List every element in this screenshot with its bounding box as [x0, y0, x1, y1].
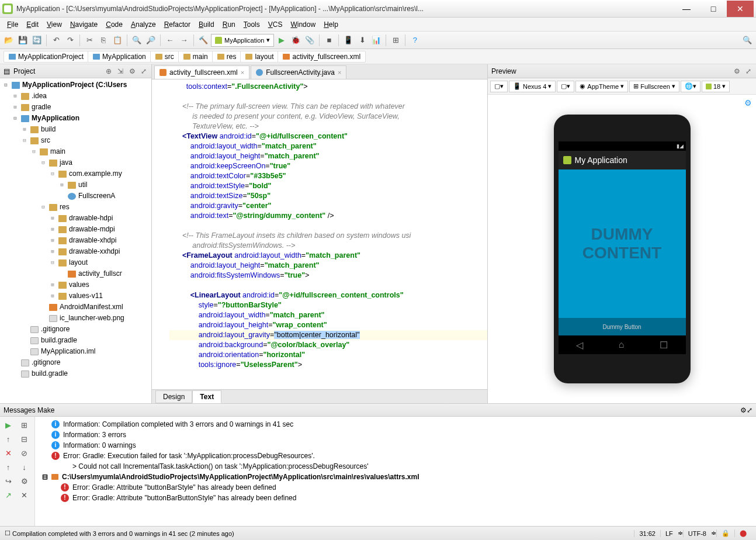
menu-build[interactable]: Build	[195, 19, 218, 30]
locale-combo[interactable]: 🌐▾	[681, 81, 700, 92]
paste-icon[interactable]: 📋	[111, 34, 124, 47]
help-icon[interactable]: ?	[408, 34, 421, 47]
messages-tree[interactable]: iInformation: Compilation completed with…	[35, 417, 756, 526]
tree-item[interactable]: ⊟MyApplication	[0, 113, 151, 124]
crumb-2[interactable]: src	[150, 51, 179, 63]
tree-item[interactable]: ⊟src	[0, 135, 151, 146]
structure-icon[interactable]: ⊞	[389, 34, 402, 47]
tree-item[interactable]: ⊞values	[0, 279, 151, 290]
device-combo[interactable]: 📱Nexus 4▾	[509, 81, 556, 92]
code-editor[interactable]: tools:context=".FullscreenActivity"> <!-…	[152, 79, 487, 389]
expand-icon[interactable]: ⊞	[19, 419, 30, 431]
status-icon[interactable]: ☐	[5, 529, 11, 537]
tree-item[interactable]: ic_launcher-web.png	[0, 313, 151, 324]
up-icon[interactable]: ↑	[2, 433, 14, 445]
stop-icon[interactable]: ✕	[2, 447, 14, 459]
save-icon[interactable]: 💾	[16, 34, 29, 47]
message-row[interactable]: iInformation: 3 errors	[37, 430, 754, 440]
tree-item[interactable]: .gitignore	[0, 357, 151, 368]
sdk-icon[interactable]: ⬇	[356, 34, 369, 47]
rerun-icon[interactable]: ▶	[2, 419, 14, 431]
activity-combo[interactable]: ⊞Fullscreen▾	[629, 81, 679, 92]
menu-analyze[interactable]: Analyze	[127, 19, 159, 30]
gear-icon[interactable]: ⚙	[733, 67, 741, 75]
api-combo[interactable]: 18▾	[702, 81, 730, 92]
crumb-5[interactable]: layout	[240, 51, 279, 63]
back-icon[interactable]: ←	[164, 34, 176, 47]
close-button[interactable]: ✕	[727, 1, 754, 17]
message-row[interactable]: iInformation: Compilation completed with…	[37, 419, 754, 430]
make-icon[interactable]: 🔨	[197, 34, 210, 47]
menu-view[interactable]: View	[43, 19, 65, 30]
tree-item[interactable]: activity_fullscr	[0, 268, 151, 279]
undo-icon[interactable]: ↶	[50, 34, 63, 47]
cut-icon[interactable]: ✂	[83, 34, 96, 47]
menu-refactor[interactable]: Refactor	[161, 19, 194, 30]
crumb-1[interactable]: MyApplication	[88, 51, 151, 63]
open-icon[interactable]: 📂	[2, 34, 15, 47]
tree-item[interactable]: ⊞build	[0, 124, 151, 135]
tree-item[interactable]: build.gradle	[0, 335, 151, 346]
menu-help[interactable]: Help	[320, 19, 342, 30]
collapse-icon[interactable]: ⊟	[19, 433, 30, 445]
text-tab[interactable]: Text	[192, 390, 221, 403]
editor-tab[interactable]: FullscreenActivity.java×	[251, 65, 346, 79]
menu-tools[interactable]: Tools	[240, 19, 263, 30]
tree-item[interactable]: ⊞drawable-xxhdpi	[0, 246, 151, 257]
crumb-4[interactable]: res	[212, 51, 242, 63]
export-icon[interactable]: ↪	[2, 475, 14, 487]
hide-icon[interactable]: ⤢	[747, 406, 752, 414]
tree-item[interactable]: ⊞drawable-xhdpi	[0, 235, 151, 246]
stop-icon[interactable]: ■	[322, 34, 335, 47]
run-icon[interactable]: ▶	[275, 34, 288, 47]
find-icon[interactable]: 🔍	[130, 34, 143, 47]
encoding[interactable]: UTF-8	[683, 530, 711, 537]
redo-icon[interactable]: ↷	[64, 34, 77, 47]
next-icon[interactable]: ↓	[19, 461, 30, 473]
tree-item[interactable]: ⊟java	[0, 157, 151, 168]
prev-icon[interactable]: ↑	[2, 461, 14, 473]
gear-icon[interactable]: ⚙	[740, 406, 747, 414]
avd-icon[interactable]: 📱	[342, 34, 355, 47]
crumb-0[interactable]: MyApplicationProject	[4, 51, 89, 63]
pin-icon[interactable]: ↗	[2, 489, 14, 501]
message-row[interactable]: iInformation: 0 warnings	[37, 440, 754, 451]
message-row[interactable]: ⊟C:\Users\myumla\AndroidStudioProjects\M…	[37, 472, 754, 482]
tree-item[interactable]: ⊟main	[0, 146, 151, 157]
attach-icon[interactable]: 📎	[303, 34, 316, 47]
tree-item[interactable]: ⊞util	[0, 179, 151, 191]
message-row[interactable]: !Error: Gradle: Attribute "buttonBarButt…	[37, 493, 754, 503]
tree-item[interactable]: ⊟MyApplicationProject (C:\Users	[0, 79, 151, 91]
run-config-combo[interactable]: MyApplication ▾	[211, 34, 274, 47]
minimize-button[interactable]: —	[673, 1, 700, 17]
gear-icon[interactable]: ⚙	[128, 67, 136, 75]
debug-icon[interactable]: 🐞	[289, 34, 302, 47]
tree-item[interactable]: ⊟layout	[0, 257, 151, 268]
tree-item[interactable]: ⊞drawable-mdpi	[0, 224, 151, 235]
menu-edit[interactable]: Edit	[23, 19, 42, 30]
design-tab[interactable]: Design	[155, 390, 192, 403]
menu-vcs[interactable]: VCS	[265, 19, 286, 30]
menu-code[interactable]: Code	[102, 19, 126, 30]
menu-navigate[interactable]: Navigate	[67, 19, 101, 30]
crumb-3[interactable]: main	[178, 51, 213, 63]
search-icon[interactable]: 🔍	[741, 34, 754, 47]
menu-window[interactable]: Window	[287, 19, 319, 30]
project-tree[interactable]: ⊟MyApplicationProject (C:\Users⊞.idea⊞gr…	[0, 78, 151, 403]
line-ending[interactable]: LF	[660, 530, 678, 537]
monitor-icon[interactable]: 📊	[370, 34, 383, 47]
scroll-to-icon[interactable]: ⊕	[105, 67, 113, 75]
close-panel-icon[interactable]: ✕	[19, 489, 30, 501]
menu-file[interactable]: File	[4, 19, 22, 30]
message-row[interactable]: !Error: Gradle: Attribute "buttonBarStyl…	[37, 482, 754, 493]
tree-item[interactable]: ⊟res	[0, 202, 151, 213]
tree-item[interactable]: ⊞drawable-hdpi	[0, 213, 151, 224]
tree-item[interactable]: ⊟com.example.my	[0, 168, 151, 179]
tree-item[interactable]: MyApplication.iml	[0, 346, 151, 357]
replace-icon[interactable]: 🔎	[144, 34, 157, 47]
dummy-button[interactable]: Dummy Button	[602, 324, 641, 330]
maximize-button[interactable]: □	[700, 1, 727, 17]
tree-item[interactable]: build.gradle	[0, 368, 151, 379]
settings-icon[interactable]: ⚙	[19, 475, 30, 487]
tree-item[interactable]: .gitignore	[0, 324, 151, 335]
